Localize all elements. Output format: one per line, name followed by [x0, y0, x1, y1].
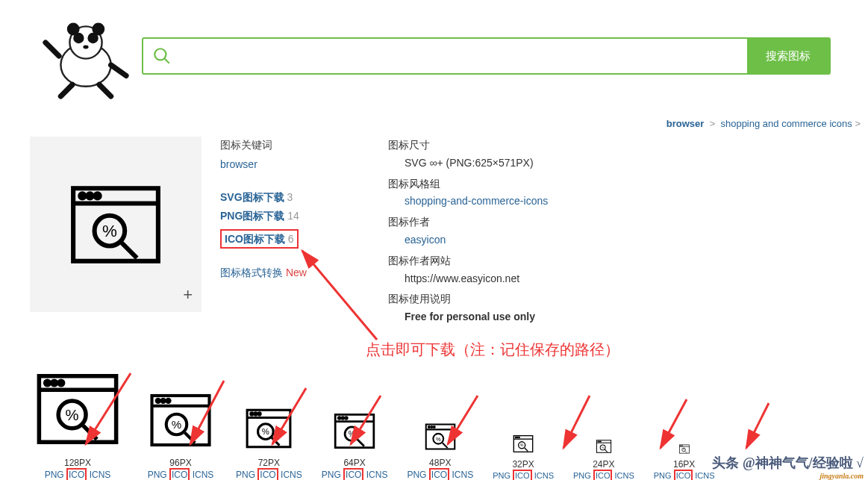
- format-icns-link[interactable]: ICNS: [615, 471, 634, 480]
- download-column: 图标关键词 browser SVG图标下载 3 PNG图标下载 14 ICO图标…: [202, 137, 373, 329]
- format-links: PNG ICO ICNS: [322, 470, 388, 480]
- svg-point-13: [96, 193, 100, 198]
- svg-point-6: [83, 46, 88, 49]
- size-label: 64PX: [343, 458, 365, 468]
- svg-line-55: [443, 443, 448, 448]
- detail-section: % + 图标关键词 browser SVG图标下载 3 PNG图标下载 14 I…: [0, 137, 868, 329]
- svg-point-51: [428, 426, 430, 428]
- watermark: 头条 @神神气气/经验啦 √ jingyanla.com: [712, 454, 864, 480]
- format-links: PNG ICO ICNS: [654, 471, 715, 480]
- svg-point-35: [251, 413, 253, 415]
- svg-text:%: %: [436, 436, 441, 443]
- author-link[interactable]: easyicon: [405, 234, 446, 246]
- format-ico-link[interactable]: ICO: [343, 468, 363, 480]
- svg-text:%: %: [520, 443, 524, 447]
- browser-search-icon[interactable]: %: [145, 387, 216, 453]
- svg-point-21: [59, 381, 63, 385]
- format-links: PNG ICO ICNS: [573, 471, 634, 480]
- format-ico-link[interactable]: ICO: [593, 470, 613, 480]
- format-png-link[interactable]: PNG: [148, 470, 167, 480]
- format-png-link[interactable]: PNG: [654, 471, 672, 480]
- svg-point-37: [258, 413, 260, 415]
- svg-text:%: %: [102, 222, 117, 240]
- browser-search-icon[interactable]: %: [30, 365, 125, 453]
- browser-search-icon[interactable]: %: [595, 438, 613, 455]
- format-png-link[interactable]: PNG: [493, 471, 511, 480]
- svg-point-75: [680, 446, 681, 446]
- style-label: 图标风格组: [388, 175, 838, 193]
- size-option-24: % 24PXPNG ICO ICNS: [573, 438, 634, 480]
- size-option-64: % 64PXPNG ICO ICNS: [322, 409, 388, 480]
- format-ico-link[interactable]: ICO: [429, 468, 449, 480]
- svg-point-36: [255, 413, 257, 415]
- size-label: 24PX: [593, 459, 614, 470]
- format-png-link[interactable]: PNG: [45, 470, 64, 480]
- browser-search-icon[interactable]: %: [331, 409, 378, 453]
- browser-search-icon[interactable]: %: [422, 420, 458, 453]
- plus-icon[interactable]: +: [183, 285, 193, 305]
- svg-point-5: [92, 23, 104, 36]
- size-option-48: % 48PXPNG ICO ICNS: [407, 420, 473, 480]
- format-links: PNG ICO ICNS: [45, 470, 111, 480]
- svg-line-63: [525, 448, 528, 452]
- site-label: 图标作者网站: [388, 252, 838, 270]
- svg-text:%: %: [66, 407, 79, 423]
- format-ico-link[interactable]: ICO: [257, 468, 278, 480]
- format-png-link[interactable]: PNG: [236, 470, 255, 480]
- svg-download-link[interactable]: SVG图标下载 3: [220, 189, 373, 205]
- size-option-128: % 128PXPNG ICO ICNS: [30, 365, 125, 480]
- svg-point-68: [599, 441, 600, 442]
- svg-line-15: [122, 243, 137, 258]
- svg-point-52: [431, 426, 432, 428]
- search-button[interactable]: 搜索图标: [747, 39, 829, 73]
- logo-panda: [37, 7, 134, 105]
- svg-point-12: [87, 193, 92, 198]
- format-icns-link[interactable]: ICNS: [534, 471, 554, 480]
- browser-search-icon[interactable]: %: [242, 404, 296, 453]
- format-icns-link[interactable]: ICNS: [366, 470, 388, 480]
- size-label: 48PX: [429, 458, 451, 468]
- format-icns-link[interactable]: ICNS: [281, 470, 302, 480]
- size-value: SVG ∞+ (PNG:625×571PX): [388, 155, 838, 172]
- format-png-link[interactable]: PNG: [322, 470, 341, 480]
- header: 搜索图标: [0, 0, 868, 105]
- format-icns-link[interactable]: ICNS: [193, 470, 214, 480]
- svg-point-44: [342, 417, 344, 420]
- browser-search-icon[interactable]: %: [511, 433, 535, 455]
- svg-line-23: [83, 426, 96, 439]
- svg-text:%: %: [602, 446, 605, 449]
- svg-point-61: [519, 437, 519, 437]
- keywords-label: 图标关键词: [220, 137, 373, 153]
- format-convert-link[interactable]: 图标格式转换 New: [220, 264, 373, 281]
- svg-point-77: [682, 446, 683, 446]
- usage-value: Free for personal use only: [388, 308, 838, 326]
- usage-label: 图标使用说明: [388, 290, 838, 308]
- format-links: PNG ICO ICNS: [236, 470, 302, 480]
- format-icns-link[interactable]: ICNS: [452, 470, 473, 480]
- svg-point-11: [80, 193, 84, 198]
- png-download-link[interactable]: PNG图标下载 14: [220, 208, 373, 224]
- format-png-link[interactable]: PNG: [573, 471, 591, 480]
- format-ico-link[interactable]: ICO: [169, 468, 190, 480]
- svg-point-43: [338, 417, 340, 420]
- svg-text:%: %: [262, 427, 269, 436]
- site-value: https://www.easyicon.net: [388, 270, 838, 288]
- format-png-link[interactable]: PNG: [407, 470, 426, 480]
- ico-download-link[interactable]: ICO图标下载 6: [220, 229, 299, 249]
- format-ico-link[interactable]: ICO: [674, 470, 693, 480]
- svg-line-79: [685, 451, 687, 452]
- browser-search-icon[interactable]: %: [678, 443, 690, 455]
- svg-text:%: %: [172, 418, 181, 431]
- format-ico-link[interactable]: ICO: [66, 468, 87, 480]
- svg-point-29: [166, 399, 169, 402]
- format-ico-link[interactable]: ICO: [513, 470, 532, 480]
- format-icns-link[interactable]: ICNS: [90, 470, 111, 480]
- search-input[interactable]: [181, 39, 747, 73]
- svg-point-19: [46, 381, 50, 385]
- svg-point-76: [681, 446, 681, 446]
- breadcrumb-browser[interactable]: browser: [666, 118, 705, 129]
- breadcrumb-category[interactable]: shopping and commerce icons: [720, 118, 852, 129]
- keyword-link[interactable]: browser: [220, 156, 257, 172]
- style-link[interactable]: shopping-and-commerce-icons: [405, 195, 548, 207]
- svg-point-59: [515, 437, 516, 437]
